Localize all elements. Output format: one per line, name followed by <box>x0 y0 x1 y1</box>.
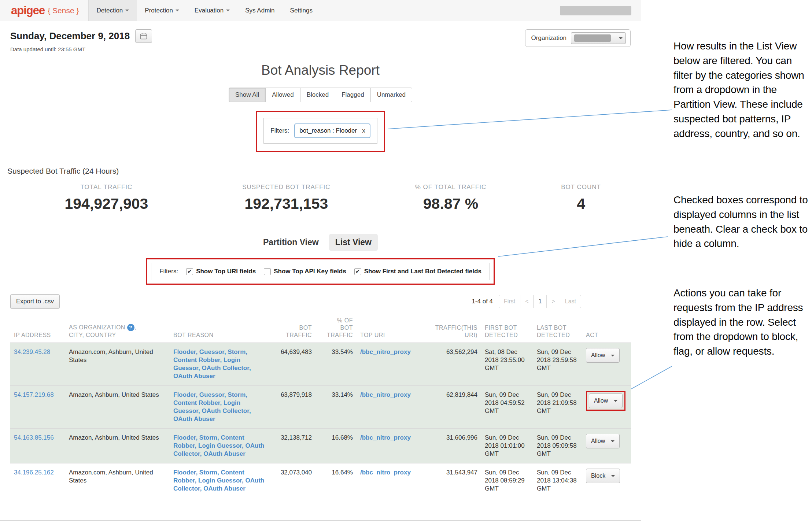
filter-chip-text: bot_reason : Flooder <box>299 127 357 134</box>
stat-value: 192,731,153 <box>203 195 370 212</box>
uri-traffic-cell: 31,606,996 <box>419 429 481 463</box>
bot-reason-link[interactable]: Flooder <box>173 434 196 441</box>
action-dropdown[interactable]: Allow <box>589 393 623 408</box>
bot-traffic-cell: 64,639,483 <box>269 343 315 386</box>
checkbox-icon: ✔ <box>354 268 361 275</box>
column-header-act: ACT <box>582 315 631 343</box>
page-button-[interactable]: < <box>520 295 534 308</box>
filters-label: Filters: <box>270 127 289 134</box>
tab-blocked[interactable]: Blocked <box>300 88 335 102</box>
bot-reason-link[interactable]: Content Robber <box>173 399 220 406</box>
chevron-down-icon <box>611 475 615 477</box>
page-button-1[interactable]: 1 <box>534 295 547 308</box>
pagination-area: 1-4 of 4 First<1>Last <box>472 295 631 308</box>
bot-reason-link[interactable]: OAuth Collector <box>202 365 249 371</box>
bot-reason-link[interactable]: Storm <box>228 391 246 398</box>
bot-reason-link[interactable]: Login Guessor <box>198 442 242 449</box>
chevron-down-icon <box>611 355 614 356</box>
bot-reason-link[interactable]: Storm <box>228 348 246 355</box>
filter-chip-remove-icon[interactable]: x <box>362 127 365 134</box>
checkbox-icon: ✔ <box>186 268 193 275</box>
nav-item-sys-admin[interactable]: Sys Admin <box>237 0 282 21</box>
ip-link[interactable]: 54.157.219.68 <box>14 391 54 398</box>
checkbox-label: Show Top API Key fields <box>274 268 346 275</box>
tab-show-all[interactable]: Show All <box>229 88 266 102</box>
column-checkbox-show-top-api-key-fields[interactable]: Show Top API Key fields <box>264 268 346 275</box>
export-csv-button[interactable]: Export to .csv <box>10 294 60 309</box>
action-dropdown[interactable]: Block <box>586 469 620 483</box>
nav-items: DetectionProtectionEvaluationSys AdminSe… <box>88 0 320 21</box>
column-checkbox-show-top-uri-fields[interactable]: ✔Show Top URI fields <box>186 268 256 275</box>
annotation-note: How results in the List View below are f… <box>673 39 812 141</box>
bot-reason-link[interactable]: Login Guessor <box>198 477 242 484</box>
ip-link[interactable]: 54.163.85.156 <box>14 434 54 441</box>
calendar-button[interactable] <box>135 29 152 43</box>
ip-link[interactable]: 34.239.45.28 <box>14 348 50 355</box>
bot-traffic-cell: 63,879,918 <box>269 386 315 429</box>
act-cell: Allow <box>582 343 631 386</box>
nav-item-label: Sys Admin <box>245 7 274 14</box>
page-button-last[interactable]: Last <box>560 295 581 308</box>
bot-reason-link[interactable]: Flooder <box>173 348 196 355</box>
nav-item-label: Evaluation <box>195 7 224 14</box>
bot-reason-link[interactable]: OAuth Collector <box>202 407 249 414</box>
bot-reason-link[interactable]: Guessor <box>199 348 224 355</box>
organization-dropdown[interactable] <box>571 32 626 44</box>
checkbox-icon <box>264 268 271 275</box>
column-filters-label: Filters: <box>159 268 178 275</box>
nav-item-label: Detection <box>96 7 123 14</box>
top-uri-link[interactable]: /bbc_nitro_proxy <box>360 391 411 398</box>
bot-reason-link[interactable]: OAuth Abuser <box>173 373 215 380</box>
bot-reason-link[interactable]: Storm <box>199 434 217 441</box>
column-checkbox-show-first-and-last-bot-detected-fields[interactable]: ✔Show First and Last Bot Detected fields <box>354 268 481 275</box>
bot-reason-cell: Flooder, Storm, Content Robber, Login Gu… <box>170 463 269 498</box>
bot-reason-link[interactable]: Flooder <box>173 469 196 476</box>
tab-flagged[interactable]: Flagged <box>335 88 370 102</box>
chevron-down-icon <box>226 10 230 11</box>
chevron-down-icon <box>611 440 614 442</box>
bot-reason-link[interactable]: OAuth Abuser <box>203 450 246 457</box>
last-detected-cell: Sun, 09 Dec 2018 23:59:58 GMT <box>533 343 582 386</box>
top-nav: apigee { Sense } DetectionProtectionEval… <box>0 0 641 21</box>
bot-reason-link[interactable]: Storm <box>199 469 217 476</box>
filter-chip[interactable]: bot_reason : Flooder x <box>294 123 370 138</box>
bot-reason-cell: Flooder, Guessor, Storm, Content Robber,… <box>170 386 269 429</box>
page-button-[interactable]: > <box>546 295 560 308</box>
partition-view-link[interactable]: Partition View <box>263 237 319 247</box>
chevron-down-icon <box>619 37 623 39</box>
section-title: Suspected Bot Traffic (24 Hours) <box>7 167 631 175</box>
pct-cell: 33.54% <box>315 343 357 386</box>
column-header-top_uri: TOP URI <box>357 315 419 343</box>
bot-reason-link[interactable]: Guessor <box>199 391 224 398</box>
top-uri-link[interactable]: /bbc_nitro_proxy <box>360 348 411 355</box>
top-uri-link[interactable]: /bbc_nitro_proxy <box>360 469 411 476</box>
list-view-toggle[interactable]: List View <box>329 234 378 251</box>
ip-link[interactable]: 34.196.25.162 <box>14 469 54 476</box>
stat-item-suspected-bot-traffic: SUSPECTED BOT TRAFFIC192,731,153 <box>203 184 370 212</box>
chevron-down-icon <box>614 400 617 402</box>
action-dropdown[interactable]: Allow <box>586 434 620 448</box>
action-dropdown[interactable]: Allow <box>586 348 620 363</box>
page-button-first[interactable]: First <box>499 295 520 308</box>
nav-item-detection[interactable]: Detection <box>88 0 137 21</box>
tab-allowed[interactable]: Allowed <box>265 88 300 102</box>
bot-reason-link[interactable]: Flooder <box>173 391 196 398</box>
top-uri-link[interactable]: /bbc_nitro_proxy <box>360 434 411 441</box>
annotation-note: Checked boxes correspond to displayed co… <box>673 193 812 251</box>
nav-item-protection[interactable]: Protection <box>137 0 187 21</box>
stat-label: SUSPECTED BOT TRAFFIC <box>203 184 370 191</box>
uri-traffic-cell: 62,819,844 <box>419 386 481 429</box>
checkbox-label: Show Top URI fields <box>196 268 256 275</box>
bot-reason-link[interactable]: OAuth Abuser <box>203 485 246 492</box>
nav-item-settings[interactable]: Settings <box>283 0 320 21</box>
tab-unmarked[interactable]: Unmarked <box>370 88 412 102</box>
help-icon[interactable]: ? <box>127 324 134 331</box>
table-row: 34.239.45.28Amazon.com, Ashburn, United … <box>10 343 631 386</box>
uri-traffic-cell: 31,543,947 <box>419 463 481 498</box>
organization-box: Organization <box>525 29 631 47</box>
nav-item-evaluation[interactable]: Evaluation <box>187 0 237 21</box>
bot-reason-link[interactable]: Content Robber <box>173 356 220 363</box>
bot-traffic-cell: 32,138,712 <box>269 429 315 463</box>
bot-reason-link[interactable]: OAuth Abuser <box>173 415 215 422</box>
action-label: Block <box>591 472 605 480</box>
